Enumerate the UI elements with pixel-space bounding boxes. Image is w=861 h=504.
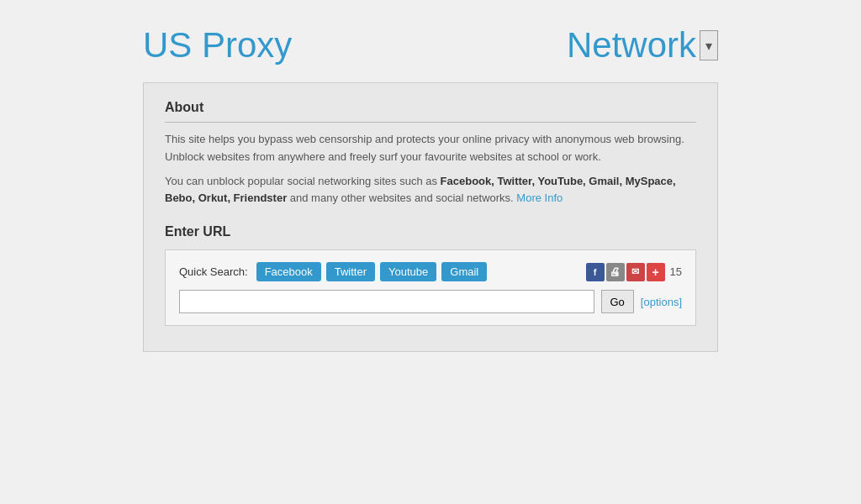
twitter-quick-button[interactable]: Twitter xyxy=(326,262,375,281)
quick-search-label: Quick Search: xyxy=(179,265,248,278)
about-paragraph-2-suffix: and many other websites and social netwo… xyxy=(287,192,514,204)
about-paragraph-1: This site helps you bypass web censorshi… xyxy=(165,131,696,166)
chevron-down-icon: ▾ xyxy=(705,38,712,54)
more-info-link[interactable]: More Info xyxy=(516,192,563,204)
site-title: US Proxy xyxy=(143,25,292,66)
quick-search-row: Quick Search: Facebook Twitter Youtube G… xyxy=(179,262,682,281)
header-right: Network ▾ xyxy=(567,25,718,66)
search-area: Quick Search: Facebook Twitter Youtube G… xyxy=(165,249,696,326)
url-input-row: Go [options] xyxy=(179,290,682,313)
options-link[interactable]: [options] xyxy=(641,296,682,308)
about-heading: About xyxy=(165,100,696,123)
facebook-share-icon[interactable]: f xyxy=(586,263,605,281)
plus-icon[interactable]: + xyxy=(647,263,665,281)
url-input[interactable] xyxy=(179,290,594,313)
youtube-quick-button[interactable]: Youtube xyxy=(380,262,436,281)
network-label: Network xyxy=(567,25,696,66)
main-content-box: About This site helps you bypass web cen… xyxy=(143,82,718,352)
go-button[interactable]: Go xyxy=(601,290,634,313)
quick-search-left: Quick Search: Facebook Twitter Youtube G… xyxy=(179,262,487,281)
about-paragraph-2-prefix: You can unblock popular social networkin… xyxy=(165,175,441,187)
share-count: 15 xyxy=(670,265,682,278)
email-icon[interactable]: ✉ xyxy=(626,263,645,281)
social-share-icons: f 🖨 ✉ + 15 xyxy=(586,263,682,281)
header: US Proxy Network ▾ xyxy=(25,17,836,82)
network-dropdown[interactable]: ▾ xyxy=(700,30,718,60)
facebook-quick-button[interactable]: Facebook xyxy=(256,262,321,281)
gmail-quick-button[interactable]: Gmail xyxy=(441,262,487,281)
enter-url-heading: Enter URL xyxy=(165,224,696,239)
print-icon[interactable]: 🖨 xyxy=(606,263,625,281)
about-paragraph-2: You can unblock popular social networkin… xyxy=(165,173,696,208)
